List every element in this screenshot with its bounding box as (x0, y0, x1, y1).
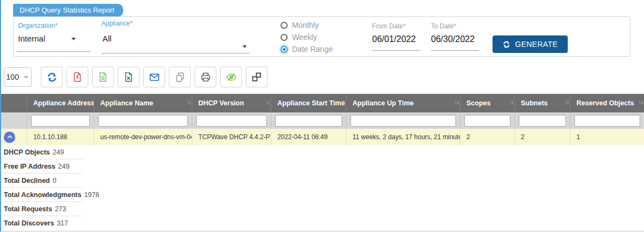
column-header-appliance-up-time[interactable]: Appliance Up Time ↑↓ (347, 94, 460, 112)
dhcp-statistics-grid: Appliance Address ↑↓ Appliance Name ↑↓ D… (0, 94, 644, 230)
detail-total-requests: Total Requests 273 (0, 202, 644, 216)
detail-total-discovers: Total Discovers 317 (0, 216, 644, 230)
pdf-file-icon (72, 72, 83, 82)
appliance-label: Appliance* (101, 20, 132, 27)
copy-button[interactable] (169, 67, 191, 87)
column-header-subnets[interactable]: Subnets ↑↓ (515, 94, 570, 112)
toggle-columns-button[interactable] (220, 67, 242, 87)
report-filter-panel: Organization* Internal Appliance* All Mo… (13, 16, 630, 57)
radio-weekly[interactable]: Weekly (281, 31, 333, 43)
filter-input-appliance-start-time[interactable] (275, 115, 342, 127)
filter-input-scopes[interactable] (464, 115, 511, 127)
filter-input-subnets[interactable] (519, 115, 566, 127)
radio-selected-icon (281, 46, 288, 53)
column-header-appliance-address[interactable]: Appliance Address ↑↓ (27, 94, 94, 112)
email-button[interactable] (143, 67, 165, 87)
detail-total-acknowledgments: Total Acknowledgments 1976 (0, 188, 644, 202)
radio-monthly-label: Monthly (292, 21, 319, 29)
chevron-down-icon (71, 38, 76, 40)
collapse-row-button[interactable] (4, 132, 15, 143)
from-date-value: 06/01/2022 (372, 34, 416, 44)
grid-filter-row (0, 112, 644, 129)
row-expand-cell (0, 129, 27, 145)
cell-appliance-address: 10.1.10.188 (27, 129, 94, 145)
organization-value: Internal (18, 34, 45, 43)
radio-date-range[interactable]: Date Range (281, 43, 333, 55)
bottom-edge-border (0, 231, 644, 231)
column-header-scopes[interactable]: Scopes ↑↓ (460, 94, 515, 112)
radio-icon (281, 22, 288, 29)
export-excel-button[interactable] (118, 67, 139, 87)
organization-underline (17, 51, 91, 52)
generate-button-label: GENERATE (515, 40, 557, 49)
detail-dhcp-objects: DHCP Objects 249 (0, 145, 644, 159)
page-size-select[interactable]: 100 (4, 67, 32, 87)
from-date-label: From Date* (372, 22, 405, 30)
generate-button[interactable]: GENERATE (493, 35, 568, 53)
page-size-value: 100 (6, 73, 19, 81)
column-header-dhcp-version[interactable]: DHCP Version ↑↓ (192, 94, 271, 112)
grid-toolbar: 100 (4, 67, 268, 87)
appliance-value: All (102, 34, 112, 43)
refresh-icon (502, 40, 511, 49)
filter-input-dhcp-version[interactable] (196, 115, 267, 127)
radio-monthly[interactable]: Monthly (281, 19, 333, 31)
sort-icon: ↑↓ (638, 98, 642, 106)
chevron-up-icon (7, 134, 13, 140)
filter-input-appliance-address[interactable] (31, 115, 90, 127)
refresh-icon (46, 72, 58, 83)
chevron-down-icon (23, 74, 29, 80)
column-header-reserved-objects[interactable]: Reserved Objects ↑↓ (570, 94, 644, 112)
left-edge-accent (0, 0, 1, 232)
printer-icon (200, 72, 211, 83)
radio-icon (281, 34, 288, 41)
cell-appliance-name: us-remote-dev-power-dns-vm-04 (94, 129, 192, 145)
column-header-appliance-name[interactable]: Appliance Name ↑↓ (94, 94, 192, 112)
column-header-appliance-start-time[interactable]: Appliance Start Time ↑↓ (271, 94, 347, 112)
to-date-value: 06/30/2022 (431, 34, 475, 44)
filter-input-appliance-up-time[interactable] (350, 115, 456, 127)
sort-icon: ↑↓ (340, 98, 344, 106)
appliance-underline (101, 53, 250, 53)
export-csv-button[interactable] (92, 67, 114, 87)
detach-grid-button[interactable] (246, 67, 268, 87)
detail-free-ip-address: Free IP Address 249 (0, 159, 644, 174)
cell-appliance-start-time: 2022-04-11 06:49 (271, 129, 347, 145)
expand-column-header (0, 94, 27, 112)
sort-icon: ↑↓ (564, 98, 568, 106)
eye-slash-icon (226, 72, 237, 83)
grid-header-row: Appliance Address ↑↓ Appliance Name ↑↓ D… (0, 94, 644, 112)
sort-icon: ↑↓ (508, 98, 513, 106)
filter-input-appliance-name[interactable] (98, 115, 188, 127)
envelope-icon (149, 72, 160, 83)
sort-icon: ↑↓ (88, 98, 92, 106)
dhcp-query-statistics-page: DHCP Query Statistics Report Organizatio… (0, 0, 644, 232)
sort-icon: ↑↓ (454, 98, 458, 106)
radio-date-range-label: Date Range (292, 45, 333, 53)
cell-reserved-objects: 1 (570, 129, 644, 145)
excel-file-icon (123, 72, 134, 82)
from-date-underline (372, 50, 420, 51)
cell-subnets: 2 (515, 129, 570, 145)
detail-total-declined: Total Declined 0 (0, 174, 644, 188)
cell-dhcp-version: TCPWave DHCP 4.4.2-P1 (192, 129, 271, 145)
to-date-label: To Date* (431, 22, 456, 30)
organization-label: Organization* (18, 22, 58, 29)
sort-icon: ↑↓ (265, 98, 269, 106)
document-lines-icon (98, 72, 108, 82)
cell-appliance-up-time: 11 weeks, 2 days, 17 hours, 21 minutes (347, 129, 460, 145)
export-pdf-button[interactable] (66, 67, 88, 87)
cell-scopes: 2 (460, 129, 515, 145)
refresh-button[interactable] (41, 67, 63, 87)
print-button[interactable] (195, 67, 216, 87)
radio-weekly-label: Weekly (292, 33, 317, 41)
filter-input-reserved-objects[interactable] (574, 115, 640, 127)
overlapping-squares-icon (251, 72, 262, 82)
table-row[interactable]: 10.1.10.188 us-remote-dev-power-dns-vm-0… (0, 129, 644, 145)
filter-cell-expand (0, 112, 27, 129)
page-title: DHCP Query Statistics Report (13, 4, 123, 17)
sort-icon: ↑↓ (186, 98, 190, 106)
copy-icon (174, 72, 186, 83)
chevron-down-icon (242, 45, 247, 48)
row-detail-panel: DHCP Objects 249 Free IP Address 249 Tot… (0, 145, 644, 230)
